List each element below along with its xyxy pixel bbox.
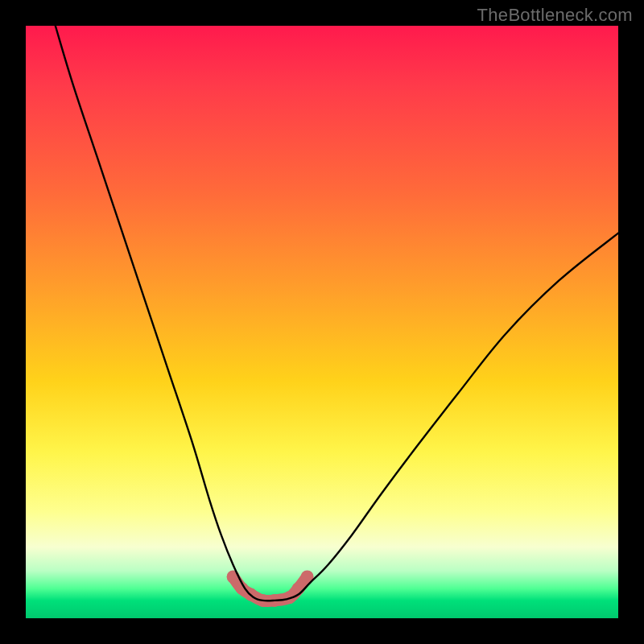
plot-area <box>26 26 618 618</box>
chart-frame: TheBottleneck.com <box>0 0 644 644</box>
bottleneck-curve <box>56 26 618 601</box>
watermark-text: TheBottleneck.com <box>477 5 633 26</box>
curve-layer <box>26 26 618 618</box>
valley-marker-dot <box>292 582 305 595</box>
